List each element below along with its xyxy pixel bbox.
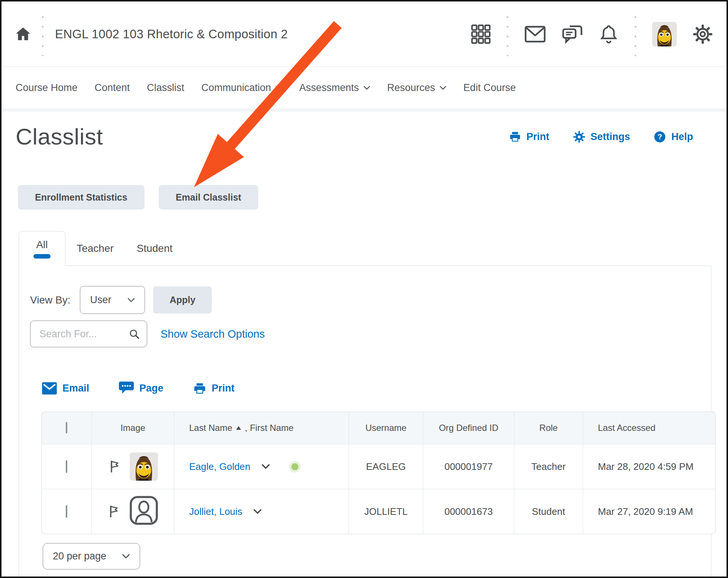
classlist-actions: Enrollment Statistics Email Classlist bbox=[18, 185, 712, 210]
course-title[interactable]: ENGL 1002 103 Rhetoric & Composition 2 bbox=[55, 27, 288, 41]
chat-icon[interactable] bbox=[562, 23, 583, 45]
column-header-role: Role bbox=[514, 412, 583, 444]
sort-ascending-icon bbox=[236, 426, 241, 430]
email-selected-button[interactable]: Email bbox=[42, 381, 89, 395]
user-actions-chevron-icon[interactable] bbox=[253, 509, 262, 514]
nav-assessments[interactable]: Assessments bbox=[299, 82, 370, 94]
role-tabs: All Teacher Student bbox=[19, 231, 712, 266]
help-icon: ? bbox=[654, 131, 666, 143]
help-link[interactable]: ? Help bbox=[654, 131, 693, 143]
print-link[interactable]: Print bbox=[509, 131, 549, 143]
nav-communication[interactable]: Communication bbox=[201, 82, 282, 94]
user-actions-chevron-icon[interactable] bbox=[262, 464, 270, 469]
tab-all[interactable]: All bbox=[19, 231, 65, 266]
column-header-org-id: Org Defined ID bbox=[423, 412, 514, 444]
tab-student[interactable]: Student bbox=[125, 231, 184, 266]
search-icon[interactable] bbox=[129, 328, 140, 340]
table-row: Eagle, Golden EAGLEG 000001977 Teacher M… bbox=[41, 444, 716, 489]
column-header-last-accessed: Last Accessed bbox=[583, 412, 716, 444]
print-selected-button[interactable]: Print bbox=[193, 381, 235, 395]
chevron-down-icon bbox=[440, 86, 446, 90]
row-checkbox[interactable] bbox=[66, 460, 67, 473]
flag-icon[interactable] bbox=[107, 504, 121, 519]
nav-course-home[interactable]: Course Home bbox=[16, 82, 78, 94]
chevron-down-icon bbox=[275, 86, 282, 90]
user-name-link[interactable]: Jolliet, Louis bbox=[189, 506, 242, 517]
nav-classlist[interactable]: Classlist bbox=[147, 82, 184, 94]
table-row: Jolliet, Louis JOLLIETL 000001673 Studen… bbox=[41, 489, 716, 534]
home-icon[interactable] bbox=[15, 26, 31, 42]
profile-photo bbox=[130, 452, 158, 481]
column-header-username: Username bbox=[349, 412, 423, 444]
enrollment-statistics-button[interactable]: Enrollment Statistics bbox=[18, 185, 145, 210]
last-accessed-cell: Mar 28, 2020 4:59 PM bbox=[583, 444, 716, 489]
per-page-select[interactable]: 20 per page bbox=[43, 543, 140, 569]
printer-icon bbox=[509, 131, 521, 143]
last-accessed-cell: Mar 27, 2020 9:19 AM bbox=[583, 489, 716, 534]
tab-teacher[interactable]: Teacher bbox=[65, 231, 125, 266]
placeholder-avatar-icon bbox=[129, 496, 159, 528]
username-cell: JOLLIETL bbox=[349, 489, 423, 534]
gear-icon[interactable] bbox=[692, 24, 713, 45]
role-cell: Student bbox=[514, 489, 583, 534]
user-avatar[interactable] bbox=[652, 22, 677, 46]
email-icon bbox=[42, 382, 57, 394]
bell-icon[interactable] bbox=[599, 24, 619, 45]
show-search-options-link[interactable]: Show Search Options bbox=[161, 328, 265, 340]
chevron-down-icon bbox=[122, 554, 130, 559]
app-window: ENGL 1002 103 Rhetoric & Composition 2 bbox=[0, 0, 728, 578]
divider-dots bbox=[634, 12, 637, 56]
nav-edit-course[interactable]: Edit Course bbox=[463, 82, 516, 94]
divider-dots bbox=[42, 12, 44, 56]
org-id-cell: 000001977 bbox=[423, 444, 514, 489]
active-tab-indicator bbox=[33, 254, 51, 259]
nav-resources[interactable]: Resources bbox=[387, 82, 446, 94]
divider-dots bbox=[507, 12, 509, 56]
role-cell: Teacher bbox=[514, 444, 583, 489]
flag-icon[interactable] bbox=[108, 459, 122, 474]
username-cell: EAGLEG bbox=[349, 444, 423, 489]
page-utilities: Print bbox=[509, 131, 712, 143]
org-id-cell: 000001673 bbox=[423, 489, 514, 534]
column-header-image: Image bbox=[91, 412, 174, 444]
apply-button[interactable]: Apply bbox=[153, 286, 211, 314]
chevron-down-icon bbox=[363, 86, 370, 90]
row-checkbox[interactable] bbox=[66, 505, 67, 518]
search-field bbox=[30, 321, 147, 347]
course-nav: Course Home Content Classlist Communicat… bbox=[1, 67, 727, 109]
table-header-row: Image Last Name , First Name Username Or… bbox=[41, 412, 716, 444]
tab-panel: View By: User Apply Show Search Options bbox=[19, 266, 711, 578]
page-icon bbox=[119, 381, 134, 395]
mail-icon[interactable] bbox=[524, 25, 546, 43]
view-by-label: View By: bbox=[30, 294, 70, 306]
search-input[interactable] bbox=[39, 328, 129, 340]
settings-link[interactable]: Settings bbox=[573, 131, 630, 143]
gear-icon bbox=[573, 131, 585, 143]
printer-icon bbox=[193, 382, 206, 395]
chevron-down-icon bbox=[127, 298, 135, 302]
user-name-link[interactable]: Eagle, Golden bbox=[189, 461, 250, 473]
page-title: Classlist bbox=[16, 123, 103, 151]
top-bar: ENGL 1002 103 Rhetoric & Composition 2 bbox=[1, 1, 727, 67]
nav-content[interactable]: Content bbox=[95, 82, 130, 94]
app-grid-icon[interactable] bbox=[471, 24, 491, 44]
online-status-indicator bbox=[291, 463, 298, 470]
topbar-actions bbox=[471, 12, 713, 56]
page-selected-button[interactable]: Page bbox=[119, 381, 164, 395]
select-all-checkbox[interactable] bbox=[66, 422, 67, 434]
classlist-table: Image Last Name , First Name Username Or… bbox=[41, 412, 716, 534]
email-classlist-button[interactable]: Email Classlist bbox=[159, 185, 258, 210]
view-by-select[interactable]: User bbox=[80, 286, 145, 314]
list-actions: Email Page Print bbox=[42, 381, 700, 395]
svg-text:?: ? bbox=[658, 133, 662, 141]
column-header-name[interactable]: Last Name , First Name bbox=[174, 412, 349, 444]
